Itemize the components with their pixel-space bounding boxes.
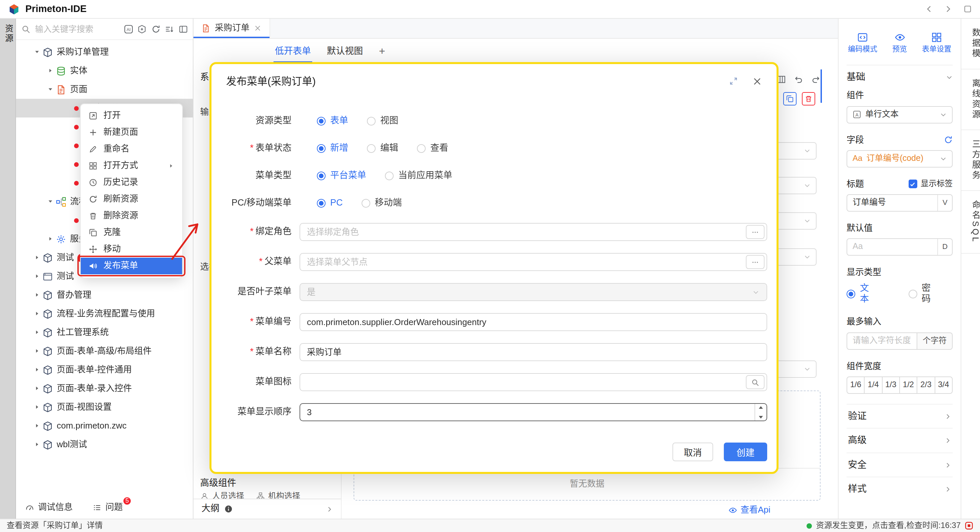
caret-right-icon[interactable] bbox=[45, 68, 56, 74]
rail-tab-resources[interactable]: 资源 bbox=[2, 24, 13, 43]
nav-forward-icon[interactable] bbox=[944, 5, 953, 13]
tree-item[interactable]: com.primeton.zwc bbox=[16, 417, 193, 435]
outline-bar[interactable]: 大纲 bbox=[194, 499, 341, 519]
radio-pc-mobile-menu-0[interactable]: PC bbox=[317, 198, 343, 209]
radio-resource-type-1[interactable]: 视图 bbox=[367, 116, 398, 127]
ai-assistant-icon[interactable]: AI bbox=[124, 25, 133, 34]
radio-menu-type-1[interactable]: 当前应用菜单 bbox=[385, 170, 452, 182]
caret-right-icon[interactable] bbox=[32, 404, 42, 411]
view-tab-lowcode-form[interactable]: 低开表单 bbox=[275, 46, 311, 57]
picker-bind-role[interactable]: 选择绑定角色 bbox=[299, 223, 767, 241]
number-spinner[interactable] bbox=[754, 404, 767, 421]
menu-item-trash[interactable]: 删除资源 bbox=[81, 208, 182, 224]
error-indicator-icon[interactable] bbox=[965, 521, 973, 530]
right-rail-tab[interactable]: 离线资源 bbox=[961, 69, 980, 130]
input-menu-code[interactable]: com.primeton.supplier.OrderWarehousingen… bbox=[299, 314, 767, 331]
nav-back-icon[interactable] bbox=[924, 5, 933, 13]
cancel-button[interactable]: 取消 bbox=[673, 443, 713, 461]
menu-item-publish[interactable]: 发布菜单 bbox=[81, 258, 182, 274]
menu-item-clone[interactable]: 克隆 bbox=[81, 224, 182, 241]
editor-tab-active[interactable]: 采购订单 bbox=[194, 19, 270, 38]
menu-item-rename[interactable]: 重命名 bbox=[81, 141, 182, 158]
caret-right-icon[interactable] bbox=[45, 236, 56, 242]
radio-pc-mobile-menu-1[interactable]: 移动端 bbox=[361, 198, 402, 209]
redo-icon[interactable] bbox=[811, 75, 821, 84]
problems-button[interactable]: 问题 5 bbox=[93, 502, 123, 513]
tree-item[interactable]: 督办管理 bbox=[16, 286, 193, 304]
picker-parent-menu[interactable]: 选择菜单父节点 bbox=[299, 253, 767, 271]
tree-item[interactable]: 页面-表单-控件通用 bbox=[16, 360, 193, 379]
select-leaf-menu[interactable]: 是 bbox=[299, 284, 767, 301]
caret-right-icon[interactable] bbox=[32, 385, 42, 392]
component-select[interactable]: A 单行文本 bbox=[846, 106, 953, 123]
field-select[interactable]: Aa 订单编号(code) bbox=[846, 150, 953, 167]
show-label-checkbox[interactable] bbox=[908, 180, 917, 189]
default-value-input[interactable]: Aa D bbox=[846, 239, 953, 256]
caret-right-icon[interactable] bbox=[32, 423, 42, 429]
window-restore-icon[interactable] bbox=[963, 5, 972, 13]
input-menu-name[interactable]: 采购订单 bbox=[299, 343, 767, 362]
caret-right-icon[interactable] bbox=[32, 330, 42, 336]
title-input[interactable]: 订单编号 V bbox=[846, 194, 953, 212]
input-menu-icon[interactable] bbox=[299, 373, 767, 392]
menu-item-move[interactable]: 移动 bbox=[81, 241, 182, 258]
radio-form-status-0[interactable]: 新增 bbox=[317, 143, 348, 155]
debug-info-button[interactable]: 调试信息 bbox=[25, 502, 73, 513]
caret-down-icon[interactable] bbox=[32, 49, 42, 56]
undo-icon[interactable] bbox=[794, 75, 803, 84]
maximize-dialog-icon[interactable] bbox=[729, 77, 738, 86]
ellipsis-button[interactable] bbox=[746, 255, 765, 269]
section-header[interactable]: 样式 bbox=[846, 477, 953, 501]
radio-form-status-1[interactable]: 编辑 bbox=[367, 143, 398, 155]
delete-widget-button[interactable] bbox=[802, 92, 815, 105]
add-view-button[interactable]: + bbox=[379, 45, 385, 58]
radio-menu-type-0[interactable]: 平台菜单 bbox=[317, 170, 366, 182]
right-rail-tab[interactable]: 三方服务 bbox=[961, 130, 980, 191]
section-header[interactable]: 高级 bbox=[846, 428, 953, 452]
radio-form-status-2[interactable]: 查看 bbox=[417, 143, 448, 155]
tree-item[interactable]: 页面-表单-录入控件 bbox=[16, 379, 193, 398]
tree-item[interactable]: 采购订单管理 bbox=[16, 43, 193, 61]
section-basic[interactable]: 基础 bbox=[846, 65, 953, 89]
section-header[interactable]: 验证 bbox=[846, 404, 953, 428]
width-option[interactable]: 1/2 bbox=[899, 376, 918, 394]
dynamic-value-button[interactable]: D bbox=[937, 239, 952, 255]
view-tab-default-view[interactable]: 默认视图 bbox=[327, 46, 363, 57]
status-left[interactable]: 查看资源「采购订单」详情 bbox=[7, 521, 103, 530]
toolbar-form-settings[interactable]: 表单设置 bbox=[922, 32, 951, 54]
caret-right-icon[interactable] bbox=[32, 255, 42, 261]
toolbar-code-mode[interactable]: 编码模式 bbox=[848, 32, 877, 54]
sort-icon[interactable] bbox=[165, 25, 174, 34]
caret-down-icon[interactable] bbox=[45, 86, 56, 93]
tree-item[interactable]: wbl测试 bbox=[16, 435, 193, 454]
menu-item-open[interactable]: 打开 bbox=[81, 107, 182, 124]
collapse-panel-icon[interactable] bbox=[178, 25, 188, 34]
tree-item[interactable]: 流程-业务流程配置与使用 bbox=[16, 304, 193, 323]
caret-down-icon[interactable] bbox=[45, 199, 56, 205]
menu-item-plus[interactable]: 新建页面 bbox=[81, 124, 182, 141]
width-option[interactable]: 3/4 bbox=[934, 376, 953, 394]
caret-right-icon[interactable] bbox=[32, 311, 42, 317]
caret-right-icon[interactable] bbox=[32, 292, 42, 298]
caret-right-icon[interactable] bbox=[32, 348, 42, 354]
view-api-link[interactable]: 查看Api bbox=[729, 505, 770, 516]
width-option[interactable]: 1/4 bbox=[864, 376, 883, 394]
create-button[interactable]: 创建 bbox=[724, 443, 767, 461]
right-rail-tab[interactable]: 命名SQL bbox=[961, 191, 980, 253]
variable-button[interactable]: V bbox=[937, 195, 952, 211]
width-option[interactable]: 2/3 bbox=[917, 376, 935, 394]
caret-right-icon[interactable] bbox=[32, 273, 42, 280]
refresh-tree-icon[interactable] bbox=[151, 25, 160, 34]
tree-item[interactable]: 页面 bbox=[16, 80, 193, 99]
increment-icon[interactable] bbox=[755, 404, 767, 413]
status-right[interactable]: 资源发生变更，点击查看,检查时间:16:37 bbox=[816, 521, 961, 530]
palette-advanced-header[interactable]: 高级组件 bbox=[200, 478, 236, 489]
right-rail-tab[interactable]: 数据模 bbox=[961, 19, 980, 69]
radio-display-type-1[interactable]: 密码 bbox=[908, 283, 934, 305]
caret-right-icon[interactable] bbox=[32, 367, 42, 373]
section-header[interactable]: 安全 bbox=[846, 452, 953, 477]
max-length-input[interactable]: 请输入字符长度 bbox=[846, 332, 917, 349]
width-option[interactable]: 1/6 bbox=[846, 376, 865, 394]
menu-item-grid[interactable]: 打开方式 bbox=[81, 158, 182, 174]
radio-display-type-0[interactable]: 文本 bbox=[846, 283, 872, 305]
